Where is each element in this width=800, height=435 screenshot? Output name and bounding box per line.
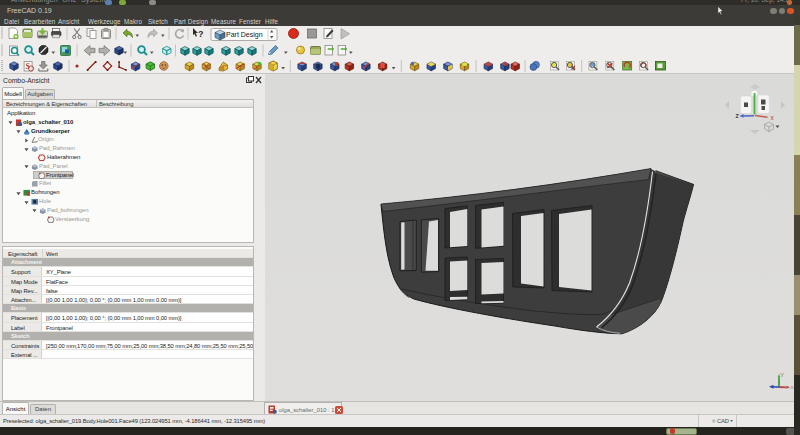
svg-text:Z: Z bbox=[736, 113, 740, 119]
svg-text:Part Design: Part Design bbox=[226, 31, 263, 39]
svg-text:x: x bbox=[771, 114, 775, 121]
svg-text:Y: Y bbox=[780, 372, 784, 378]
svg-text:?: ? bbox=[198, 29, 204, 39]
